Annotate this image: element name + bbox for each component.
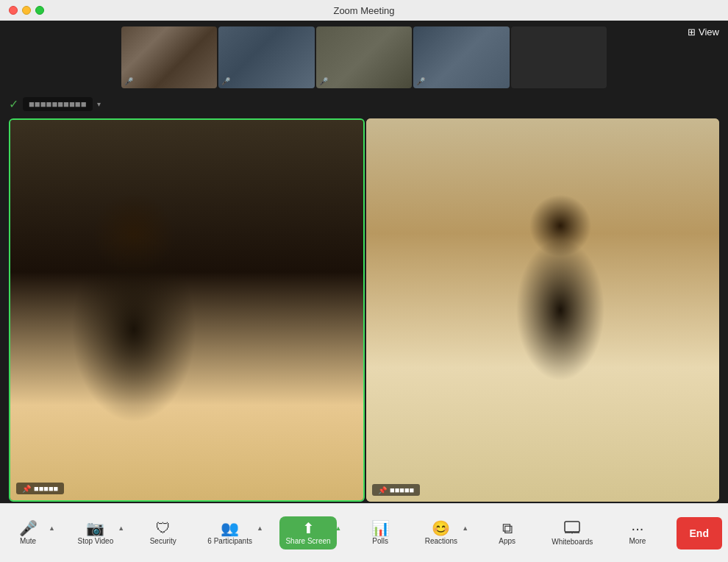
polls-icon: 📊 bbox=[371, 521, 390, 536]
meeting-name-dropdown-icon[interactable]: ▾ bbox=[97, 100, 101, 108]
whiteboards-button[interactable]: Whiteboards bbox=[546, 516, 599, 550]
thumbnail-1-video bbox=[121, 26, 217, 88]
apps-label: Apps bbox=[499, 537, 515, 545]
view-button[interactable]: ⊞ View bbox=[688, 26, 719, 38]
window-title: Zoom Meeting bbox=[333, 5, 394, 16]
thumbnail-2[interactable]: 🎤 bbox=[218, 26, 314, 88]
video-right-content bbox=[366, 118, 719, 502]
toolbar: 🎤 Mute ▲ 📷 Stop Video ▲ 🛡 Security 👥 6 P… bbox=[0, 503, 728, 562]
thumbnail-5[interactable] bbox=[511, 26, 607, 88]
share-screen-group: ⬆ Share Screen ▲ bbox=[279, 516, 341, 549]
apps-icon: ⧉ bbox=[502, 521, 513, 536]
reactions-button[interactable]: 😊 Reactions bbox=[419, 516, 463, 549]
video-right-name-tag: 📌 ■■■■■ bbox=[372, 484, 420, 496]
whiteboards-icon bbox=[564, 521, 580, 536]
meeting-name-bar: ✓ ■■■■■■■■■■ ▾ bbox=[0, 94, 728, 114]
reactions-arrow-icon[interactable]: ▲ bbox=[462, 524, 468, 532]
mute-arrow-icon[interactable]: ▲ bbox=[49, 524, 55, 532]
apps-button[interactable]: ⧉ Apps bbox=[485, 516, 529, 549]
pin-right-icon: 📌 bbox=[378, 486, 387, 494]
polls-button[interactable]: 📊 Polls bbox=[358, 516, 402, 549]
participants-label: 6 Participants bbox=[207, 537, 252, 545]
video-left-content bbox=[10, 120, 363, 500]
thumb-4-mic-icon: 🎤 bbox=[416, 77, 425, 85]
main-video-right[interactable]: 📌 ■■■■■ bbox=[366, 118, 719, 502]
whiteboards-label: Whiteboards bbox=[552, 538, 593, 546]
video-left-name-tag: 📌 ■■■■■ bbox=[16, 483, 64, 494]
thumbnail-3-video bbox=[316, 26, 412, 88]
stop-video-label: Stop Video bbox=[78, 537, 114, 545]
video-left-name: ■■■■■ bbox=[34, 484, 58, 493]
share-screen-arrow-icon[interactable]: ▲ bbox=[335, 524, 342, 532]
mute-icon: 🎤 bbox=[19, 521, 38, 536]
main-video-left[interactable]: 📌 ■■■■■ bbox=[9, 118, 365, 502]
thumbnail-5-video bbox=[511, 26, 607, 88]
thumb-3-mic-icon: 🎤 bbox=[319, 77, 328, 85]
mute-label: Mute bbox=[20, 537, 36, 545]
reactions-label: Reactions bbox=[425, 537, 457, 545]
stop-video-button[interactable]: 📷 Stop Video bbox=[72, 516, 120, 549]
polls-label: Polls bbox=[372, 537, 388, 545]
minimize-button[interactable] bbox=[22, 6, 31, 15]
window-controls bbox=[9, 6, 44, 15]
participants-group: 👥 6 Participants ▲ bbox=[201, 516, 263, 549]
participants-icon: 👥 bbox=[221, 521, 239, 536]
more-icon: ··· bbox=[632, 521, 644, 536]
share-screen-label: Share Screen bbox=[285, 537, 330, 545]
stop-video-group: 📷 Stop Video ▲ bbox=[72, 516, 125, 549]
view-label: View bbox=[699, 26, 719, 38]
thumb-2-mic-icon: 🎤 bbox=[221, 77, 230, 85]
security-icon: 🛡 bbox=[156, 521, 171, 536]
mute-button[interactable]: 🎤 Mute bbox=[6, 516, 50, 549]
thumbnail-3[interactable]: 🎤 bbox=[316, 26, 412, 88]
end-button[interactable]: End bbox=[677, 517, 722, 549]
thumb-1-mic-icon: 🎤 bbox=[124, 77, 133, 85]
meeting-name: ■■■■■■■■■■ bbox=[23, 97, 93, 111]
svg-rect-0 bbox=[565, 522, 579, 532]
stop-video-arrow-icon[interactable]: ▲ bbox=[118, 524, 124, 532]
security-label: Security bbox=[150, 537, 176, 545]
video-area: 📌 ■■■■■ 📌 ■■■■■ bbox=[0, 117, 728, 503]
thumbnail-4-video bbox=[413, 26, 509, 88]
mute-group: 🎤 Mute ▲ bbox=[6, 516, 55, 549]
thumbnail-1[interactable]: 🎤 bbox=[121, 26, 217, 88]
thumbnail-2-video bbox=[218, 26, 314, 88]
share-screen-icon: ⬆ bbox=[302, 521, 315, 536]
security-button[interactable]: 🛡 Security bbox=[141, 516, 185, 549]
share-screen-button[interactable]: ⬆ Share Screen bbox=[279, 516, 336, 549]
main-content: ⊞ View 🎤 🎤 🎤 🎤 ✓ ■■■■■■■■■■ ▾ bbox=[0, 21, 728, 503]
title-bar: Zoom Meeting bbox=[0, 0, 728, 21]
more-label: More bbox=[629, 537, 646, 545]
video-right-name: ■■■■■ bbox=[390, 485, 414, 494]
maximize-button[interactable] bbox=[35, 6, 44, 15]
stop-video-icon: 📷 bbox=[86, 521, 104, 536]
security-shield-icon: ✓ bbox=[9, 97, 18, 111]
close-button[interactable] bbox=[9, 6, 18, 15]
reactions-group: 😊 Reactions ▲ bbox=[419, 516, 468, 549]
thumbnails-strip: ⊞ View 🎤 🎤 🎤 🎤 bbox=[0, 21, 728, 94]
view-icon: ⊞ bbox=[688, 26, 696, 38]
thumbnail-4[interactable]: 🎤 bbox=[413, 26, 509, 88]
reactions-icon: 😊 bbox=[432, 521, 450, 536]
pin-left-icon: 📌 bbox=[22, 485, 31, 493]
more-button[interactable]: ··· More bbox=[615, 516, 660, 549]
participants-button[interactable]: 👥 6 Participants bbox=[201, 516, 258, 549]
